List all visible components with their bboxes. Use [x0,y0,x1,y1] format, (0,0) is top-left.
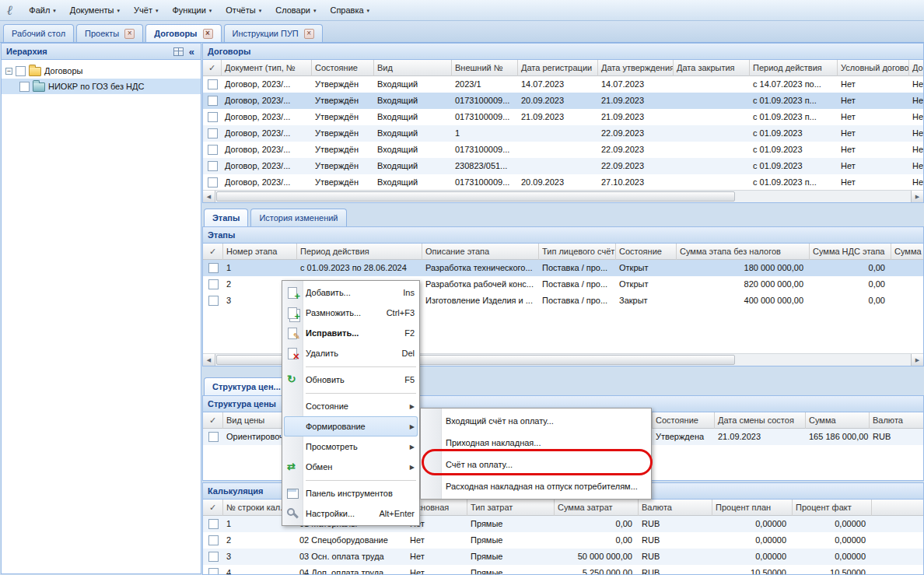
row-checkbox[interactable] [208,112,218,122]
column-header[interactable]: Валюта [870,412,923,429]
column-header[interactable]: Внешний № [452,60,518,76]
select-all-header[interactable]: ✓ [203,60,222,76]
grid-settings-icon[interactable] [173,47,184,56]
column-header[interactable]: Процент факт [793,500,872,516]
horizontal-scrollbar[interactable]: ◀ ▶ [203,190,923,202]
column-header[interactable]: Тип лицевого счёт [539,244,616,260]
menubar-item[interactable]: Словари▾ [268,2,323,18]
column-header[interactable]: Вид [374,60,452,76]
select-all-header[interactable]: ✓ [203,500,223,516]
menu-item[interactable]: ОбновитьF5 [282,370,419,390]
row-checkbox[interactable] [208,535,219,545]
row-checkbox[interactable] [208,177,218,188]
contracts-row[interactable]: Договор, 2023/...УтверждёнВходящий017310… [203,93,923,109]
column-header[interactable]: Номер этапа [223,244,297,260]
menu-item[interactable]: Панель инструментов [282,483,419,503]
contracts-row[interactable]: Договор, 2023/...УтверждёнВходящий017310… [203,142,923,158]
menu-item[interactable]: Исправить...F2 [282,323,419,343]
row-checkbox[interactable] [208,552,219,562]
stages-row[interactable]: 1с 01.09.2023 по 28.06.2024Разработка те… [203,260,923,276]
contracts-row[interactable]: Договор, 2023/...УтверждёнВходящий017310… [203,109,923,125]
row-checkbox[interactable] [208,568,219,574]
row-checkbox[interactable] [208,145,218,155]
menubar-item[interactable]: Учёт▾ [127,2,165,18]
column-header[interactable]: Документ (тип, № [222,60,312,76]
scroll-thumb[interactable] [216,191,735,202]
column-header[interactable]: До... [909,60,923,76]
column-header[interactable]: Сумма э [891,244,923,260]
submenu-item[interactable]: Расходная накладная на отпуск потребител… [421,475,651,497]
collapse-panel-icon[interactable]: « [187,47,196,56]
column-header[interactable]: Дата регистрации [518,60,598,76]
contracts-row[interactable]: Договор, 2023/...УтверждёнВходящий230823… [203,158,923,174]
column-header[interactable]: Сумма НДС этапа [810,244,891,260]
column-header[interactable] [872,500,923,516]
menu-item[interactable]: Просмотреть▶ [282,437,419,457]
column-header[interactable]: Дата закрытия [674,60,750,76]
scroll-left-button[interactable]: ◀ [203,191,215,202]
column-header[interactable]: Дата смены состоя [715,412,806,429]
close-icon[interactable]: × [124,29,135,39]
column-header[interactable]: Тип затрат [467,500,555,516]
menu-item[interactable]: Настройки...Alt+Enter [282,503,419,524]
column-header[interactable]: Период действия [750,60,838,76]
close-icon[interactable]: × [203,29,213,39]
row-checkbox[interactable] [208,161,218,171]
column-header[interactable]: Состояние [312,60,374,76]
scroll-left-button[interactable]: ◀ [203,354,215,366]
calculation-row[interactable]: 303 Осн. оплата трудаНетПрямые50 000 000… [203,549,923,565]
column-header[interactable]: Период действия [297,244,422,260]
row-checkbox[interactable] [208,263,219,273]
menu-item[interactable]: Размножить...Ctrl+F3 [282,303,419,323]
column-header[interactable]: Состояние [616,244,677,260]
menubar-item[interactable]: Файл▾ [22,2,63,18]
close-icon[interactable]: × [304,29,314,39]
row-checkbox[interactable] [208,519,219,529]
scroll-right-button[interactable]: ▶ [911,354,923,366]
select-all-header[interactable]: ✓ [203,244,223,260]
menu-item[interactable]: УдалитьDel [282,343,419,363]
menubar-item[interactable]: Отчёты▾ [219,2,268,18]
column-header[interactable]: Сумма этапа без налогов [677,244,810,260]
expander-icon[interactable]: − [5,68,12,75]
submenu-item[interactable]: Приходная накладная... [421,432,651,454]
tab-projects[interactable]: Проекты × [76,24,143,42]
tab-contracts[interactable]: Договоры × [145,24,221,42]
menu-item[interactable]: Обмен▶ [282,457,419,477]
row-checkbox[interactable] [208,96,218,106]
submenu-item[interactable]: Входящий счёт на оплату... [421,410,651,432]
column-header[interactable]: Сумма затрат [555,500,639,516]
column-header[interactable]: Сумма [806,412,870,429]
menu-item[interactable]: Добавить...Ins [282,282,419,303]
row-checkbox[interactable] [208,279,219,289]
tab-instructions[interactable]: Инструкции ПУП × [224,24,323,42]
menubar-item[interactable]: Справка▾ [323,2,376,18]
tab-desktop[interactable]: Рабочий стол [3,24,74,42]
tree-node-checkbox[interactable] [19,82,30,92]
select-all-header[interactable]: ✓ [203,412,223,429]
row-checkbox[interactable] [208,79,218,89]
tab-stages[interactable]: Этапы [204,209,248,226]
tree-node-niokr[interactable]: НИОКР по ГОЗ без НДС [2,79,201,94]
menubar-item[interactable]: Документы▾ [63,2,127,18]
row-checkbox[interactable] [208,432,219,442]
column-header[interactable]: Процент план [712,500,793,516]
menubar-item[interactable]: Функции▾ [165,2,219,18]
submenu-item-invoice-circled[interactable]: Счёт на оплату... [421,454,651,475]
row-checkbox[interactable] [208,296,219,306]
column-header[interactable]: Описание этапа [422,244,539,260]
tab-price-structure[interactable]: Структура цен... [204,377,289,395]
menu-item[interactable]: Формирование▶ [284,416,418,437]
contracts-row[interactable]: Договор, 2023/...УтверждёнВходящий2023/1… [203,76,923,93]
column-header[interactable]: Дата утверждения [598,60,674,76]
calculation-row[interactable]: 202 СпецоборудованиеНетПрямые0,00RUB0,00… [203,532,923,549]
calculation-row[interactable]: 404 Доп. оплата трудаНетПрямые5 250 000,… [203,565,923,574]
tab-change-history[interactable]: История изменений [250,209,346,226]
column-header[interactable]: Валюта [639,500,712,516]
contracts-row[interactable]: Договор, 2023/...УтверждёнВходящий017310… [203,174,923,190]
menu-item[interactable]: Состояние▶ [282,396,419,416]
scroll-right-button[interactable]: ▶ [911,191,923,202]
contracts-row[interactable]: Договор, 2023/...УтверждёнВходящий122.09… [203,125,923,142]
tree-node-contracts[interactable]: − Договоры [2,63,201,79]
tree-node-checkbox[interactable] [16,66,26,76]
